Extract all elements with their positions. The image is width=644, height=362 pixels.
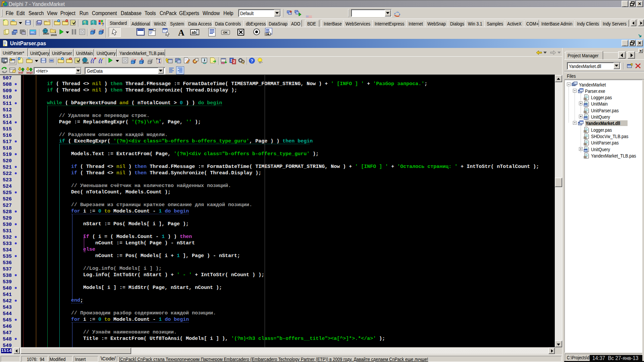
svg-text:10101: 10101 — [43, 33, 49, 35]
svg-text:10101: 10101 — [51, 34, 57, 36]
svg-text:Intf: Intf — [18, 71, 23, 74]
svg-text:A: A — [178, 28, 184, 37]
svg-text:?: ? — [102, 22, 104, 26]
svg-text:OK: OK — [223, 31, 228, 34]
svg-text:Impl: Impl — [26, 71, 33, 74]
svg-text:?: ? — [251, 58, 253, 63]
svg-text:2: 2 — [233, 60, 235, 64]
svg-text:10101: 10101 — [83, 62, 89, 64]
svg-text:ab: ab — [192, 30, 196, 35]
svg-text:?: ? — [84, 21, 86, 24]
